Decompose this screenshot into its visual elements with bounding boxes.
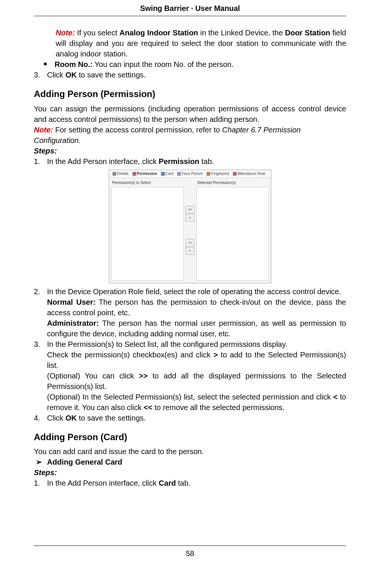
card-intro: You can add card and issue the card to t… [34, 446, 346, 457]
bullet-room-no: Room No.: You can input the room No. of … [45, 59, 346, 70]
move-left-group: << < [185, 239, 195, 255]
tab-card[interactable]: Card [159, 171, 176, 176]
room-no-text: You can input the room No. of the person… [93, 60, 234, 68]
attendance-icon [233, 172, 237, 176]
note-label: Note: [56, 29, 75, 37]
text: In the Permission(s) to Select list, all… [47, 340, 287, 348]
text-bold: Permission [159, 157, 199, 166]
text-bold: >> [139, 372, 147, 380]
step-number: 3. [34, 339, 40, 349]
note-block: Note: If you select Analog Indoor Statio… [56, 27, 346, 59]
text: Click [47, 71, 65, 79]
text: For setting the access control permissio… [53, 126, 222, 134]
move-all-left-button[interactable]: << [185, 239, 195, 246]
step-number: 4. [34, 413, 40, 423]
tab-label: Face Picture [182, 171, 203, 176]
text-bold: Card [159, 479, 176, 487]
left-label: Permission(s) to Select [111, 179, 184, 186]
normal-user-label: Normal User: [47, 298, 96, 306]
perm-step-1: 1. In the Add Person interface, click Pe… [34, 156, 346, 167]
heading-permission: Adding Person (Permission) [34, 88, 346, 100]
note-label: Note: [34, 126, 53, 134]
perm-step-3-line2: Check the permission(s) checkbox(es) and… [47, 349, 346, 371]
tab-label: Permission [137, 171, 157, 176]
sub-heading-general-card: Adding General Card [34, 457, 346, 467]
step-number: 3. [34, 70, 40, 80]
permissions-to-select-list[interactable] [111, 187, 184, 281]
text-bold: < [333, 393, 337, 401]
tab-face[interactable]: Face Picture [175, 171, 205, 176]
heading-card: Adding Person (Card) [34, 431, 346, 444]
tab-attendance[interactable]: Attendance Rule [231, 171, 267, 176]
perm-step-2: 2. In the Device Operation Role field, s… [34, 286, 346, 297]
permission-screenshot: Details Permission Card Face Picture Fin… [109, 170, 271, 283]
text: Click [47, 414, 65, 422]
fingerprint-icon [207, 172, 210, 176]
text-bold: > [213, 351, 218, 359]
page: Swing Barrier · User Manual Note: If you… [0, 0, 380, 564]
admin-desc: Administrator: The person has the normal… [47, 318, 346, 339]
page-footer: 58 [34, 545, 346, 559]
move-right-group: >> > [185, 206, 195, 222]
text: In the Add Person interface, click [47, 157, 159, 166]
permission-icon [132, 172, 136, 176]
right-label: Selected Permission(s) [196, 179, 269, 186]
tab-label: Card [166, 171, 174, 176]
text-bold: OK [65, 414, 77, 422]
move-right-button[interactable]: > [185, 214, 195, 222]
page-number: 58 [186, 549, 194, 558]
text: (Optional) You can click [47, 372, 139, 380]
step-number: 2. [34, 286, 40, 297]
text: to save the settings. [77, 414, 146, 422]
text: Check the permission(s) checkbox(es) and… [47, 351, 213, 359]
text-bold: Door Station [285, 29, 330, 37]
room-no-label: Room No.: [55, 60, 93, 68]
text-bold: << [144, 403, 152, 412]
perm-step-4: 4. Click OK to save the settings. [34, 413, 346, 423]
card-icon [161, 172, 165, 176]
text-bold: OK [65, 71, 77, 79]
steps-label: Steps: [34, 146, 346, 156]
text: tab. [176, 479, 190, 487]
admin-label: Administrator: [47, 319, 99, 327]
text: If you select [75, 29, 119, 37]
text: to remove all the selected permissions. [152, 403, 284, 412]
move-all-right-button[interactable]: >> [185, 206, 195, 213]
face-icon [177, 172, 181, 176]
text: in the Linked Device, the [198, 29, 285, 37]
tab-label: Details [117, 171, 129, 176]
perm-step-3-line3: (Optional) You can click >> to add all t… [47, 371, 346, 392]
tab-label: Attendance Rule [237, 171, 265, 176]
text: (Optional) In the Selected Permission(s)… [47, 393, 333, 401]
perm-note: Note: For setting the access control per… [34, 125, 346, 146]
text: In the Add Person interface, click [47, 479, 159, 487]
text: In the Device Operation Role field, sele… [47, 287, 341, 296]
details-icon [112, 172, 116, 176]
page-header: Swing Barrier · User Manual [34, 0, 346, 16]
perm-step-3-line4: (Optional) In the Selected Permission(s)… [47, 392, 346, 413]
transfer-buttons: >> > << < [184, 179, 196, 281]
card-step-1: 1. In the Add Person interface, click Ca… [34, 478, 346, 488]
text: tab. [199, 157, 214, 166]
right-column: Selected Permission(s) [196, 179, 269, 281]
tab-label: Fingerprint [211, 171, 229, 176]
ui-tabs: Details Permission Card Face Picture Fin… [109, 170, 271, 178]
ui-body: Permission(s) to Select >> > << < Select… [109, 178, 271, 283]
text: to save the settings. [77, 71, 146, 79]
tab-fingerprint[interactable]: Fingerprint [205, 171, 231, 176]
step-number: 1. [34, 478, 40, 488]
tab-permission[interactable]: Permission [131, 171, 159, 176]
steps-label: Steps: [34, 467, 346, 478]
step-number: 1. [34, 156, 40, 167]
left-column: Permission(s) to Select [111, 179, 184, 281]
perm-intro: You can assign the permissions (includin… [34, 103, 346, 125]
text-bold: Analog Indoor Station [119, 29, 198, 37]
move-left-button[interactable]: < [185, 247, 195, 255]
tab-details[interactable]: Details [111, 171, 131, 176]
step-3: 3. Click OK to save the settings. [34, 70, 346, 80]
normal-user-desc: Normal User: The person has the permissi… [47, 297, 346, 318]
selected-permissions-list[interactable] [196, 187, 269, 281]
perm-step-3: 3. In the Permission(s) to Select list, … [34, 339, 346, 349]
